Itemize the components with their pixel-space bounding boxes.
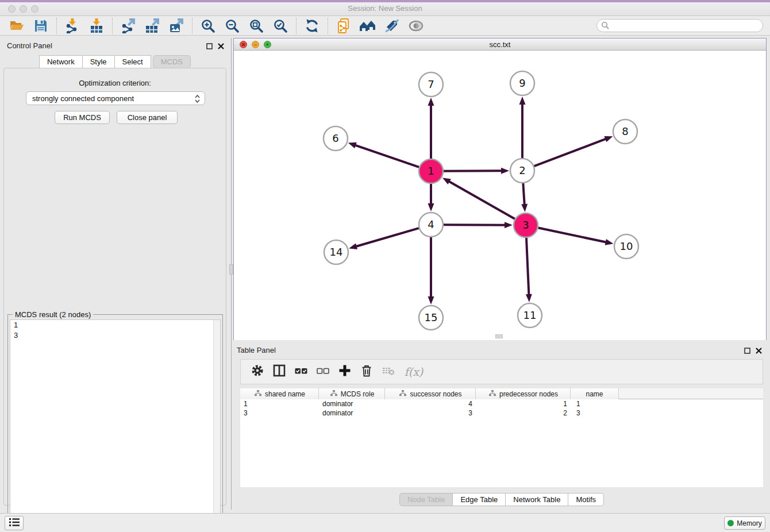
zoom-fit-icon: [249, 18, 264, 33]
edge-1-7[interactable]: [428, 98, 434, 159]
cell-predecessor-nodes: 1: [476, 399, 571, 408]
criterion-select[interactable]: strongly connected component: [26, 91, 205, 105]
refresh-button[interactable]: [303, 17, 321, 34]
column-header-predecessor-nodes[interactable]: predecessor nodes: [476, 388, 571, 399]
table-panel: Table Panel f(x): [233, 342, 770, 513]
edge-3-1[interactable]: [442, 178, 515, 219]
create-column-button[interactable]: [336, 363, 354, 381]
column-header-successor-nodes[interactable]: successor nodes: [385, 388, 476, 399]
cell-shared-name: 3: [240, 408, 319, 418]
edge-1-4[interactable]: [428, 184, 434, 211]
edge-1-2[interactable]: [444, 168, 509, 174]
float-panel-icon[interactable]: [744, 346, 750, 356]
cell-shared-name: 1: [240, 399, 319, 408]
edge-4-3[interactable]: [444, 222, 513, 228]
column-header-mcds-role[interactable]: MCDS role: [319, 388, 385, 399]
export-image-button[interactable]: [168, 17, 185, 34]
node-label: 1: [428, 165, 434, 177]
label-tag-icon: [384, 18, 399, 33]
export-table-button[interactable]: [144, 17, 161, 34]
node-3[interactable]: 3: [514, 213, 538, 237]
edge-1-6[interactable]: [348, 142, 419, 167]
export-network-button[interactable]: [120, 17, 137, 34]
task-history-button[interactable]: [5, 516, 24, 530]
edge-2-3[interactable]: [521, 183, 528, 212]
node-15[interactable]: 15: [419, 306, 443, 330]
node-4[interactable]: 4: [419, 213, 443, 237]
network-view-title: scc.txt: [234, 40, 766, 49]
zoom-selected-button[interactable]: [272, 17, 289, 34]
node-14[interactable]: 14: [324, 240, 348, 264]
node-label: 8: [622, 125, 628, 137]
tab-style[interactable]: Style: [83, 55, 115, 68]
close-panel-icon[interactable]: [218, 41, 224, 52]
network-canvas[interactable]: 7968124314101511: [234, 51, 766, 340]
table-row[interactable]: 1 dominator 4 1 1: [240, 399, 763, 408]
node-2[interactable]: 2: [510, 159, 534, 183]
zoom-in-button[interactable]: [199, 17, 217, 34]
table-settings-button[interactable]: [248, 363, 267, 381]
function-builder-button-disabled[interactable]: f(x): [401, 363, 426, 381]
node-table: shared name MCDS role successor nodes pr…: [240, 388, 763, 487]
node-7[interactable]: 7: [419, 72, 443, 97]
float-panel-icon[interactable]: [206, 41, 213, 52]
labels-toggle-button[interactable]: [383, 17, 401, 34]
table-row[interactable]: 3 dominator 3 2 3: [240, 408, 763, 418]
network-graph: 7968124314101511: [234, 51, 766, 340]
tab-node-table[interactable]: Node Table: [399, 493, 453, 506]
column-header-shared-name[interactable]: shared name: [240, 388, 319, 399]
import-table-button[interactable]: [88, 17, 105, 34]
search-input[interactable]: [596, 19, 763, 32]
tab-select[interactable]: Select: [115, 55, 151, 68]
tab-motifs[interactable]: Motifs: [568, 493, 604, 506]
node-label: 4: [428, 218, 434, 230]
memory-button[interactable]: Memory: [724, 516, 765, 530]
edge-4-14[interactable]: [349, 228, 419, 249]
fx-icon: f(x): [405, 365, 424, 378]
zoom-fit-button[interactable]: [248, 17, 265, 34]
node-9[interactable]: 9: [510, 71, 534, 95]
unselect-all-columns-button[interactable]: [314, 363, 332, 381]
graphics-details-button[interactable]: [407, 17, 425, 34]
delete-column-button[interactable]: [357, 363, 376, 381]
memory-status-icon: [727, 520, 734, 526]
window-titlebar: Session: New Session: [0, 0, 770, 16]
edge-2-8[interactable]: [534, 136, 613, 166]
node-1[interactable]: 1: [419, 159, 443, 183]
criterion-value: strongly connected component: [32, 94, 134, 103]
delete-table-button-disabled[interactable]: [379, 363, 398, 381]
tab-mcds[interactable]: MCDS: [153, 55, 191, 68]
result-scrollbar[interactable]: [213, 320, 220, 529]
select-all-columns-button[interactable]: [292, 363, 310, 381]
column-header-name[interactable]: name: [571, 388, 619, 399]
node-8[interactable]: 8: [613, 119, 637, 144]
import-network-button[interactable]: [64, 17, 81, 34]
network-from-selection-button[interactable]: [335, 17, 352, 34]
edge-3-11[interactable]: [526, 238, 532, 302]
close-panel-button[interactable]: Close panel: [117, 111, 178, 124]
panel-splitter[interactable]: [229, 38, 233, 510]
tab-network[interactable]: Network: [39, 55, 83, 68]
zoom-out-button[interactable]: [224, 17, 241, 34]
edge-2-9[interactable]: [519, 97, 526, 158]
splitter-grip[interactable]: [229, 264, 233, 275]
column-label: MCDS role: [341, 390, 375, 398]
table-body: 1 dominator 4 1 1 3 dominator 3 2 3: [240, 399, 763, 487]
mcds-result-list[interactable]: 1 3: [10, 319, 221, 529]
node-6[interactable]: 6: [324, 126, 348, 151]
tab-network-table[interactable]: Network Table: [506, 493, 568, 506]
network-window-titlebar: ✕ − + scc.txt: [234, 38, 766, 51]
canvas-resize-grip[interactable]: [495, 334, 503, 338]
cell-name: 1: [571, 399, 619, 408]
edge-3-10[interactable]: [538, 228, 614, 245]
node-11[interactable]: 11: [518, 303, 542, 327]
node-10[interactable]: 10: [614, 234, 638, 259]
tab-edge-table[interactable]: Edge Table: [453, 493, 506, 506]
close-panel-icon[interactable]: [756, 346, 762, 356]
home-button[interactable]: [359, 17, 376, 34]
open-folder-button[interactable]: [8, 17, 25, 34]
save-button[interactable]: [32, 17, 49, 34]
edge-4-15[interactable]: [428, 237, 434, 304]
show-columns-button[interactable]: [270, 363, 288, 381]
run-mcds-button[interactable]: Run MCDS: [55, 111, 110, 124]
